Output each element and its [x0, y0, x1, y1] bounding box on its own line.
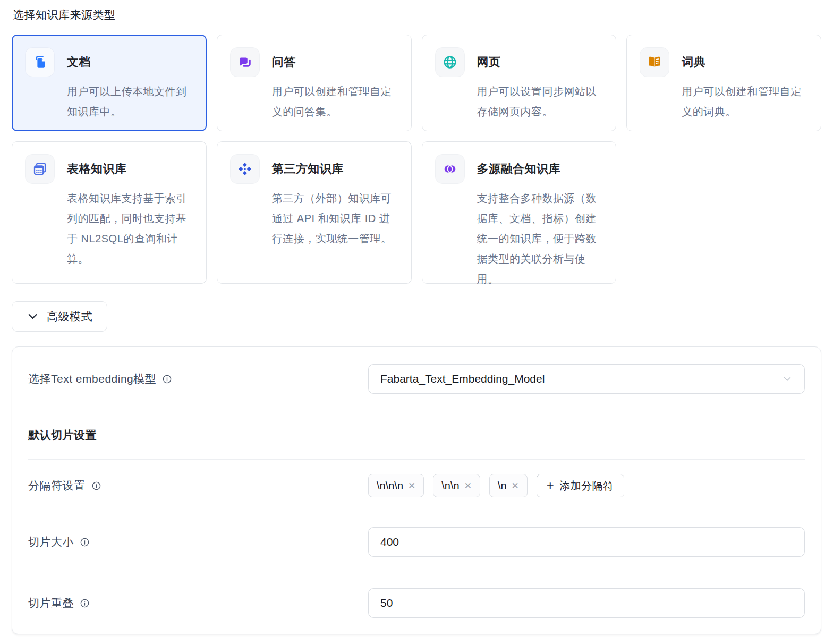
- advanced-settings-panel: 选择Text embedding模型 Fabarta_Text_Embeddin…: [12, 346, 821, 634]
- chunk-size-input[interactable]: [368, 527, 805, 557]
- info-icon[interactable]: [80, 537, 90, 547]
- separator-tag: \n\n\n ✕: [368, 474, 424, 497]
- add-separator-button[interactable]: + 添加分隔符: [537, 474, 624, 497]
- chunk-size-label: 切片大小: [28, 535, 90, 549]
- source-type-card-grid: 文档 用户可以上传本地文件到知识库中。 问答 用户可以创建和管理自定义的问答集。: [12, 35, 821, 284]
- card-description: 支持整合多种数据源（数据库、文档、指标）创建统一的知识库，便于跨数据类型的关联分…: [477, 188, 604, 289]
- card-qa[interactable]: 问答 用户可以创建和管理自定义的问答集。: [217, 35, 412, 131]
- chunk-overlap-label: 切片重叠: [28, 596, 90, 611]
- chunk-overlap-input[interactable]: [368, 588, 805, 618]
- advanced-mode-toggle[interactable]: 高级模式: [12, 301, 107, 332]
- card-title: 词典: [682, 54, 808, 70]
- advanced-mode-label: 高级模式: [47, 309, 92, 324]
- page-title: 选择知识库来源类型: [13, 7, 821, 22]
- chunk-overlap-row: 切片重叠: [28, 572, 805, 634]
- knowledge-source-page: 选择知识库来源类型 文档 用户可以上传本地文件到知识库中。: [0, 0, 833, 634]
- embedding-model-value: Fabarta_Text_Embedding_Model: [380, 372, 545, 385]
- connect-icon: [230, 154, 260, 184]
- plus-icon: +: [547, 479, 555, 492]
- card-description: 用户可以创建和管理自定义的词典。: [682, 81, 808, 122]
- separator-settings-label: 分隔符设置: [28, 478, 101, 493]
- card-description: 用户可以上传本地文件到知识库中。: [67, 81, 193, 122]
- close-icon[interactable]: ✕: [464, 481, 472, 490]
- venn-icon: [435, 154, 465, 184]
- card-multi-source-kb[interactable]: 多源融合知识库 支持整合多种数据源（数据库、文档、指标）创建统一的知识库，便于跨…: [422, 141, 617, 284]
- card-title: 第三方知识库: [272, 161, 398, 177]
- card-description: 表格知识库支持基于索引列的匹配，同时也支持基于 NL2SQL的查询和计算。: [67, 188, 193, 269]
- info-icon[interactable]: [80, 598, 90, 608]
- card-description: 用户可以设置同步网站以存储网页内容。: [477, 81, 604, 122]
- info-icon[interactable]: [91, 481, 101, 491]
- add-separator-label: 添加分隔符: [559, 479, 614, 493]
- card-description: 用户可以创建和管理自定义的问答集。: [272, 81, 398, 122]
- chevron-down-icon: [27, 310, 39, 323]
- open-book-icon: [640, 47, 669, 77]
- default-slicing-heading-row: 默认切片设置: [28, 411, 805, 460]
- section-heading: 默认切片设置: [28, 428, 97, 443]
- chunk-size-row: 切片大小: [28, 512, 805, 572]
- card-title: 网页: [477, 54, 604, 70]
- card-description: 第三方（外部）知识库可通过 API 和知识库 ID 进行连接，实现统一管理。: [272, 188, 398, 249]
- separator-settings-row: 分隔符设置 \n\n\n ✕ \n\n ✕: [28, 460, 805, 512]
- globe-icon: [435, 47, 465, 77]
- close-icon[interactable]: ✕: [512, 481, 519, 490]
- card-document[interactable]: 文档 用户可以上传本地文件到知识库中。: [12, 35, 207, 131]
- separator-tag: \n\n ✕: [433, 474, 480, 497]
- card-title: 多源融合知识库: [477, 161, 604, 177]
- card-title: 文档: [67, 54, 193, 70]
- card-title: 问答: [272, 54, 398, 70]
- documents-icon: [25, 47, 55, 77]
- card-dictionary[interactable]: 词典 用户可以创建和管理自定义的词典。: [626, 35, 821, 131]
- card-web[interactable]: 网页 用户可以设置同步网站以存储网页内容。: [422, 35, 617, 131]
- info-icon[interactable]: [162, 374, 172, 384]
- embedding-model-row: 选择Text embedding模型 Fabarta_Text_Embeddin…: [28, 347, 805, 411]
- tables-icon: [25, 154, 55, 184]
- chevron-down-icon: [782, 374, 793, 384]
- separator-tags: \n\n\n ✕ \n\n ✕ \n ✕ + 添加分隔符: [368, 474, 805, 497]
- embedding-model-label: 选择Text embedding模型: [28, 371, 172, 386]
- card-title: 表格知识库: [67, 161, 193, 177]
- card-table-kb[interactable]: 表格知识库 表格知识库支持基于索引列的匹配，同时也支持基于 NL2SQL的查询和…: [12, 141, 207, 284]
- card-third-party-kb[interactable]: 第三方知识库 第三方（外部）知识库可通过 API 和知识库 ID 进行连接，实现…: [217, 141, 412, 284]
- embedding-model-select[interactable]: Fabarta_Text_Embedding_Model: [368, 364, 805, 394]
- close-icon[interactable]: ✕: [408, 481, 415, 490]
- chat-bubbles-icon: [230, 47, 260, 77]
- separator-tag: \n ✕: [489, 474, 528, 497]
